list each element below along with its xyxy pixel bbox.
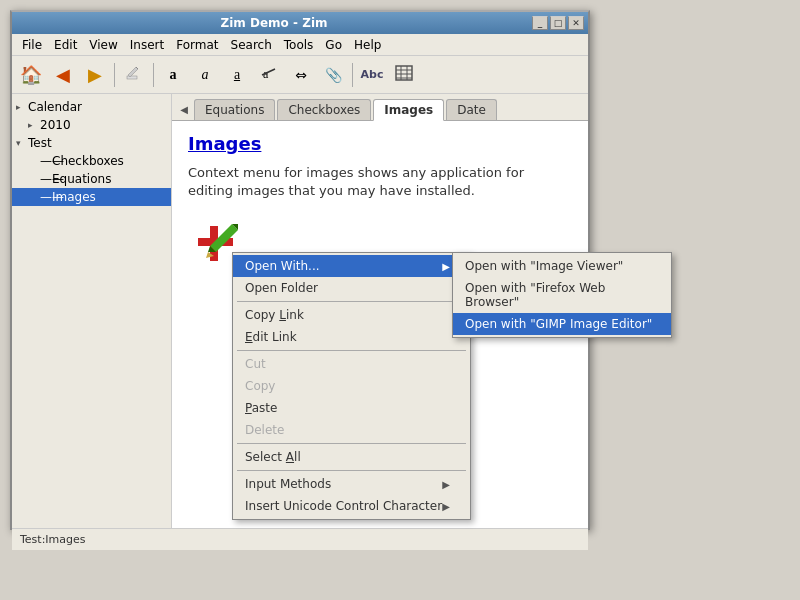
page-content: Context menu for images shows any applic… bbox=[188, 164, 572, 200]
sidebar-item-checkboxes[interactable]: —— Checkboxes bbox=[12, 152, 171, 170]
edit-button[interactable] bbox=[119, 60, 149, 90]
context-menu-paste-label: Paste bbox=[245, 401, 277, 415]
bold-button[interactable]: a bbox=[158, 60, 188, 90]
statusbar-text: Test:Images bbox=[20, 533, 86, 546]
menu-search[interactable]: Search bbox=[225, 36, 278, 54]
tab-checkboxes[interactable]: Checkboxes bbox=[277, 99, 371, 120]
context-sep-2 bbox=[237, 350, 466, 351]
sidebar-arrow-calendar: ▸ bbox=[16, 102, 28, 112]
sidebar-item-test[interactable]: ▾ Test bbox=[12, 134, 171, 152]
spellcheck-button[interactable]: Abc bbox=[357, 60, 387, 90]
submenu-item-firefox-label: Open with "Firefox Web Browser" bbox=[465, 281, 605, 309]
page-title: Images bbox=[188, 133, 572, 154]
context-menu-edit-link[interactable]: Edit Link bbox=[233, 326, 470, 348]
home-button[interactable]: 🏠 bbox=[16, 60, 46, 90]
context-menu-input-methods-arrow: ▶ bbox=[442, 479, 450, 490]
sidebar-spacer-3: —— bbox=[40, 190, 52, 204]
menu-tools[interactable]: Tools bbox=[278, 36, 320, 54]
tab-date[interactable]: Date bbox=[446, 99, 497, 120]
context-menu-select-all[interactable]: Select All bbox=[233, 446, 470, 468]
window-title: Zim Demo - Zim bbox=[16, 16, 532, 30]
menu-file[interactable]: File bbox=[16, 36, 48, 54]
link-button[interactable]: ⇔ bbox=[286, 60, 316, 90]
context-menu-insert-unicode[interactable]: Insert Unicode Control Character ▶ bbox=[233, 495, 470, 517]
tab-checkboxes-label: Checkboxes bbox=[288, 103, 360, 117]
context-menu-delete: Delete bbox=[233, 419, 470, 441]
svg-marker-1 bbox=[128, 67, 138, 77]
sidebar-label-equations: Equations bbox=[52, 172, 111, 186]
close-button[interactable]: ✕ bbox=[568, 16, 584, 30]
context-sep-4 bbox=[237, 470, 466, 471]
italic-icon: a bbox=[202, 67, 209, 83]
context-menu-cut: Cut bbox=[233, 353, 470, 375]
sidebar-label-2010: 2010 bbox=[40, 118, 71, 132]
strikethrough-icon: a bbox=[261, 65, 277, 85]
underline-button[interactable]: a bbox=[222, 60, 252, 90]
attach-icon: 📎 bbox=[325, 67, 342, 83]
sidebar-item-images[interactable]: —— Images bbox=[12, 188, 171, 206]
main-window: Zim Demo - Zim _ □ ✕ File Edit View Inse… bbox=[10, 10, 590, 530]
context-menu-edit-link-label: Edit Link bbox=[245, 330, 297, 344]
context-sep-3 bbox=[237, 443, 466, 444]
menu-format[interactable]: Format bbox=[170, 36, 224, 54]
tab-equations[interactable]: Equations bbox=[194, 99, 275, 120]
menu-view[interactable]: View bbox=[83, 36, 123, 54]
link-icon: ⇔ bbox=[295, 67, 307, 83]
context-menu-cut-label: Cut bbox=[245, 357, 266, 371]
menu-go[interactable]: Go bbox=[319, 36, 348, 54]
tab-images-label: Images bbox=[384, 103, 433, 117]
strikethrough-button[interactable]: a bbox=[254, 60, 284, 90]
sidebar-item-equations[interactable]: —— Equations bbox=[12, 170, 171, 188]
sidebar-label-images: Images bbox=[52, 190, 96, 204]
sidebar-spacer: —— bbox=[40, 154, 52, 168]
back-icon: ◀ bbox=[56, 64, 70, 85]
titlebar: Zim Demo - Zim _ □ ✕ bbox=[12, 12, 588, 34]
context-menu-open-with[interactable]: Open With... ▶ bbox=[233, 255, 470, 277]
maximize-button[interactable]: □ bbox=[550, 16, 566, 30]
context-menu-copy-link-label: Copy Link bbox=[245, 308, 304, 322]
context-sep-1 bbox=[237, 301, 466, 302]
menu-edit[interactable]: Edit bbox=[48, 36, 83, 54]
spellcheck-icon: Abc bbox=[361, 68, 384, 81]
context-menu-open-with-arrow: ▶ bbox=[442, 261, 450, 272]
context-menu-open-with-label: Open With... bbox=[245, 259, 320, 273]
svg-rect-0 bbox=[127, 76, 137, 79]
menubar: File Edit View Insert Format Search Tool… bbox=[12, 34, 588, 56]
italic-button[interactable]: a bbox=[190, 60, 220, 90]
underline-icon: a bbox=[234, 67, 240, 83]
sidebar-spacer-2: —— bbox=[40, 172, 52, 186]
sidebar-item-calendar[interactable]: ▸ Calendar bbox=[12, 98, 171, 116]
back-button[interactable]: ◀ bbox=[48, 60, 78, 90]
context-menu-copy: Copy bbox=[233, 375, 470, 397]
context-menu-paste[interactable]: Paste bbox=[233, 397, 470, 419]
context-menu-copy-label: Copy bbox=[245, 379, 275, 393]
context-menu-copy-link[interactable]: Copy Link bbox=[233, 304, 470, 326]
tab-equations-label: Equations bbox=[205, 103, 264, 117]
context-menu-input-methods-label: Input Methods bbox=[245, 477, 331, 491]
table-icon bbox=[395, 65, 413, 85]
sidebar-label-checkboxes: Checkboxes bbox=[52, 154, 124, 168]
attach-button[interactable]: 📎 bbox=[318, 60, 348, 90]
tab-date-label: Date bbox=[457, 103, 486, 117]
sidebar-arrow-test: ▾ bbox=[16, 138, 28, 148]
sidebar: ▸ Calendar ▸ 2010 ▾ Test —— Checkboxes —… bbox=[12, 94, 172, 528]
menu-help[interactable]: Help bbox=[348, 36, 387, 54]
submenu-item-gimp[interactable]: Open with "GIMP Image Editor" bbox=[453, 313, 671, 335]
tab-nav-left[interactable]: ◀ bbox=[176, 98, 192, 120]
submenu-item-gimp-label: Open with "GIMP Image Editor" bbox=[465, 317, 652, 331]
tab-images[interactable]: Images bbox=[373, 99, 444, 121]
context-menu-select-all-label: Select All bbox=[245, 450, 301, 464]
context-menu-input-methods[interactable]: Input Methods ▶ bbox=[233, 473, 470, 495]
menu-insert[interactable]: Insert bbox=[124, 36, 170, 54]
submenu: Open with "Image Viewer" Open with "Fire… bbox=[452, 252, 672, 338]
submenu-item-image-viewer[interactable]: Open with "Image Viewer" bbox=[453, 255, 671, 277]
submenu-item-image-viewer-label: Open with "Image Viewer" bbox=[465, 259, 623, 273]
forward-button[interactable]: ▶ bbox=[80, 60, 110, 90]
minimize-button[interactable]: _ bbox=[532, 16, 548, 30]
table-button[interactable] bbox=[389, 60, 419, 90]
toolbar-sep-3 bbox=[352, 63, 353, 87]
tabs-bar: ◀ Equations Checkboxes Images Date bbox=[172, 94, 588, 121]
submenu-item-firefox[interactable]: Open with "Firefox Web Browser" bbox=[453, 277, 671, 313]
context-menu-open-folder[interactable]: Open Folder bbox=[233, 277, 470, 299]
sidebar-item-2010[interactable]: ▸ 2010 bbox=[12, 116, 171, 134]
